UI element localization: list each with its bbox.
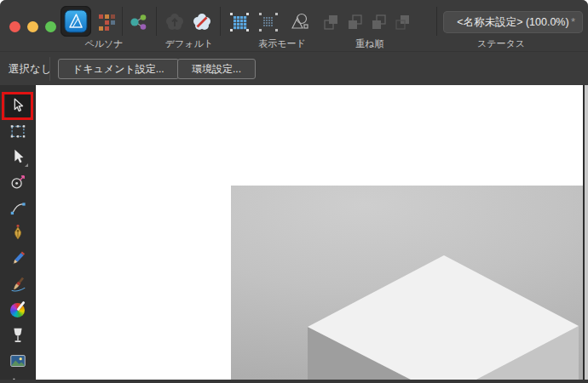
toolbar-separator [122,7,123,36]
point-transform-tool-icon [9,173,27,192]
pen-tool-icon [9,224,27,243]
pen-tool[interactable] [5,220,31,246]
point-transform-tool[interactable] [5,169,31,195]
tool-flyout-indicator-icon [25,163,28,167]
arrange-group-label: 重ね順 [327,37,412,50]
top-toolbar: <名称未設定> (100.0%) * ペルソナ デフォルト 表示モード 重ね順 … [0,0,588,51]
persona-group-label: ペルソナ [61,37,147,50]
context-toolbar: 選択なし ドキュメント設定... 環境設定... [0,51,588,85]
modified-indicator: * [571,15,575,28]
arrange-to-back-button[interactable] [392,9,414,35]
move-tool[interactable] [5,93,31,118]
view-outline-button[interactable] [286,9,312,35]
app-window: <名称未設定> (100.0%) * ペルソナ デフォルト 表示モード 重ね順 … [0,0,588,383]
window-right-edge [583,85,588,380]
arrange-to-back-icon [393,12,413,32]
view-pixel-button[interactable] [256,9,281,35]
tool-rail [0,85,36,380]
fill-tool-icon [10,303,25,317]
placed-image-cube[interactable] [231,186,583,380]
designer-persona-icon [64,9,88,33]
move-tool-icon [9,96,27,115]
defaults-revert-icon [192,12,212,32]
cube-render [231,186,583,380]
defaults-sync-button[interactable] [162,9,187,35]
status-field[interactable]: <名称未設定> (100.0%) * [443,11,583,33]
document-canvas[interactable] [36,85,581,380]
transparency-tool-icon [9,326,27,345]
contour-tool-icon [9,198,27,217]
vector-brush-tool[interactable] [5,272,31,297]
pencil-tool-icon [9,249,27,268]
view-vector-icon [228,11,251,33]
defaults-revert-button[interactable] [189,9,215,35]
fill-tool[interactable] [5,297,31,323]
artboard-tool[interactable] [5,118,31,144]
toolbar-separator [220,7,221,36]
view-vector-button[interactable] [227,9,252,35]
traffic-lights [9,21,56,32]
zoom-window-icon[interactable] [45,21,56,32]
artboard-tool-icon [9,122,27,140]
place-image-tool-icon [9,352,27,370]
window-bottom-edge [0,380,588,383]
view-pixel-icon [257,11,280,33]
contour-tool[interactable] [5,195,31,220]
preferences-button[interactable]: 環境設定... [177,59,256,79]
vector-brush-tool-icon [9,275,27,294]
view-outline-icon [288,11,310,33]
designer-persona-button[interactable] [61,6,91,37]
defaults-group-label: デフォルト [147,37,232,50]
toolbar-separator [436,7,437,36]
export-persona-button[interactable] [125,9,151,35]
document-settings-button[interactable]: ドキュメント設定... [58,59,179,79]
transparency-tool[interactable] [5,323,31,348]
minimize-window-icon[interactable] [27,21,38,32]
arrange-backward-icon [369,12,389,32]
document-title-zoom: <名称未設定> (100.0%) [457,15,568,30]
pencil-tool[interactable] [5,246,31,272]
node-tool[interactable] [5,144,31,169]
view-mode-group-label: 表示モード [239,37,325,50]
export-persona-icon [128,12,148,32]
arrange-forward-icon [345,12,366,32]
pixel-persona-icon [96,12,117,32]
toolbar-separator [49,57,50,81]
arrange-to-front-button[interactable] [320,9,343,35]
arrange-forward-button[interactable] [344,9,366,35]
close-window-icon[interactable] [9,21,20,32]
main-area [0,85,588,380]
toolbar-separator [156,7,157,36]
selection-status-label: 選択なし [9,52,52,86]
place-image-tool[interactable] [5,348,31,374]
defaults-sync-icon [164,12,185,32]
pixel-persona-button[interactable] [94,9,119,35]
arrange-backward-button[interactable] [368,9,390,35]
status-group-label: ステータス [458,37,544,50]
arrange-to-front-icon [321,12,342,32]
